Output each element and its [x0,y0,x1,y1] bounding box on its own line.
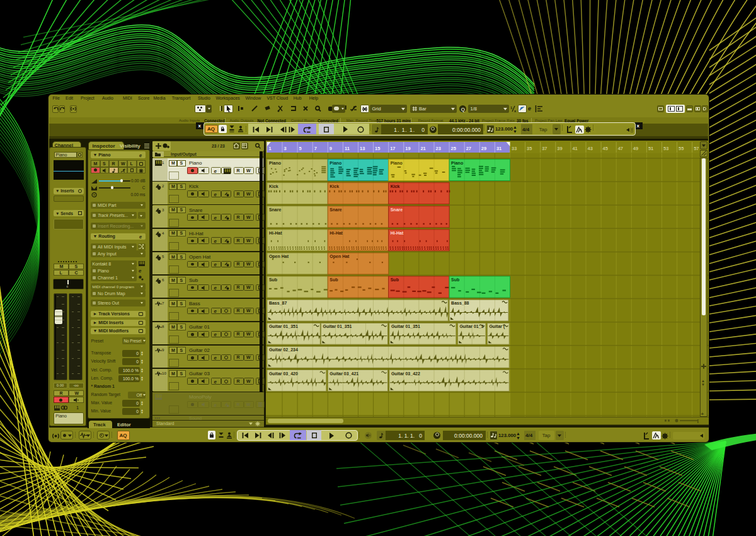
svg-text:Sub: Sub [329,277,338,282]
svg-text:Guitar 02_234: Guitar 02_234 [268,347,297,352]
svg-text:Guitar 03_422: Guitar 03_422 [391,371,420,375]
svg-text:Hi-Hat: Hi-Hat [268,230,282,235]
svg-text:1: 1 [510,105,513,109]
svg-text:Open Hat: Open Hat [268,254,289,259]
svg-text:Snare: Snare [268,207,281,211]
svg-text:11: 11 [344,145,349,151]
svg-text:7: 7 [314,145,316,151]
svg-text:Bass_88: Bass_88 [451,301,469,305]
svg-text:47: 47 [617,145,622,151]
svg-text:Hi-Hat: Hi-Hat [329,230,343,235]
svg-text:23: 23 [435,145,440,151]
svg-text:Guitar 03_421: Guitar 03_421 [329,371,358,375]
svg-text:Kick: Kick [390,184,399,188]
svg-text:17: 17 [390,145,395,151]
svg-text:Piano: Piano [390,160,402,165]
svg-text:29: 29 [481,145,486,151]
svg-text:Piano: Piano [329,160,341,165]
svg-text:55: 55 [679,145,684,151]
svg-text:Sub: Sub [451,277,459,282]
svg-text:Snare: Snare [390,207,403,211]
svg-text:13: 13 [360,145,365,151]
svg-text:15: 15 [375,145,380,151]
svg-text:Bass_87: Bass_87 [268,301,287,305]
svg-text:x: x [514,108,517,112]
svg-text:43: 43 [587,145,592,151]
svg-text:Guitar 03_420: Guitar 03_420 [268,371,297,375]
svg-text:5: 5 [299,145,301,151]
svg-text:39: 39 [557,145,562,151]
svg-text:Guitar (: Guitar ( [489,324,505,329]
svg-text:Piano: Piano [268,160,280,165]
svg-text:49: 49 [633,145,638,151]
svg-text:Sub: Sub [268,277,277,282]
svg-text:45: 45 [602,145,607,151]
svg-text:Guitar 01_351: Guitar 01_351 [323,324,352,329]
svg-text:Guitar 01_351: Guitar 01_351 [268,324,297,329]
svg-text:3: 3 [284,145,286,151]
svg-text:Sub: Sub [390,277,398,282]
svg-text:1: 1 [268,145,271,151]
svg-text:Kick: Kick [329,184,339,188]
svg-text:Piano: Piano [451,160,463,165]
svg-text:37: 37 [542,145,547,151]
svg-text:Hi-Hat: Hi-Hat [390,230,403,235]
svg-text:27: 27 [466,145,471,151]
svg-text:21: 21 [420,145,425,151]
svg-text:25: 25 [450,145,455,151]
svg-text:9: 9 [329,145,331,151]
svg-text:33: 33 [512,145,517,151]
svg-text:41: 41 [572,145,577,151]
svg-text:Guitar 01_351: Guitar 01_351 [391,324,420,329]
svg-text:57: 57 [694,145,699,151]
svg-text:Snare: Snare [329,207,342,211]
svg-text:31: 31 [496,145,501,151]
svg-text:53: 53 [663,145,668,151]
svg-text:Open Hat: Open Hat [329,254,350,259]
svg-text:51: 51 [648,145,653,151]
svg-text:35: 35 [527,145,532,151]
svg-text:19: 19 [405,145,410,151]
svg-text:Kick: Kick [268,184,278,188]
